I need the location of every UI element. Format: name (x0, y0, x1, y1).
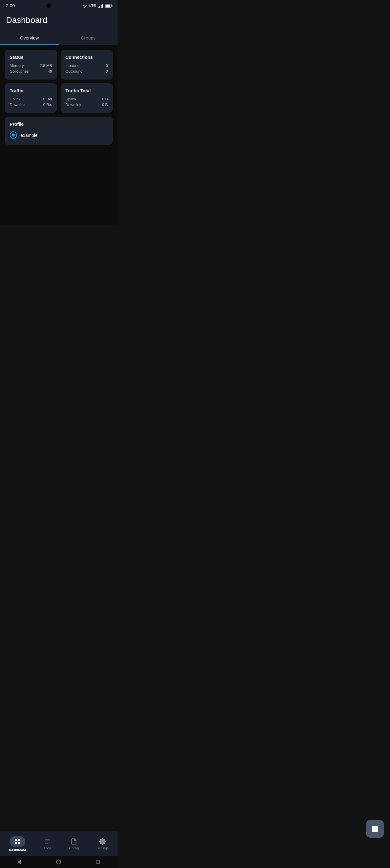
battery-icon (105, 4, 112, 7)
goroutines-label: Goroutines (10, 69, 29, 73)
traffic-total-uplink-value: 0 B (102, 97, 108, 101)
traffic-downlink-value: 0 B/s (43, 102, 52, 107)
status-card-title: Status (10, 55, 52, 60)
wifi-icon (82, 4, 87, 8)
traffic-card: Traffic Uplink 0 B/s Downlink 0 B/s (5, 83, 57, 113)
traffic-uplink-row: Uplink 0 B/s (10, 97, 52, 101)
outbound-label: Outbound (65, 69, 83, 73)
traffic-total-downlink-row: Downlink 0 B (65, 102, 108, 107)
tab-groups[interactable]: Groups (59, 31, 118, 44)
connections-card: Connections Inbound 0 Outbound 0 (61, 50, 113, 80)
traffic-card-title: Traffic (10, 88, 52, 93)
status-icons: LTE (82, 4, 112, 8)
connections-outbound-row: Outbound 0 (65, 69, 108, 73)
traffic-total-downlink-value: 0 B (102, 102, 108, 107)
status-memory-row: Memory 2.8 MB (10, 63, 52, 68)
camera-dot (47, 4, 51, 8)
memory-value: 2.8 MB (40, 63, 52, 68)
status-bar: 2:00 LTE (0, 0, 118, 10)
connections-inbound-row: Inbound 0 (65, 63, 108, 68)
cards-grid-top: Status Memory 2.8 MB Goroutines 49 Conne… (5, 50, 113, 80)
traffic-downlink-row: Downlink 0 B/s (10, 102, 52, 107)
connections-card-title: Connections (65, 55, 108, 60)
status-goroutines-row: Goroutines 49 (10, 69, 52, 73)
cards-grid-bottom: Traffic Uplink 0 B/s Downlink 0 B/s Traf… (5, 83, 113, 113)
lte-indicator: LTE (89, 4, 96, 8)
status-card: Status Memory 2.8 MB Goroutines 49 (5, 50, 57, 80)
traffic-downlink-label: Downlink (10, 102, 26, 107)
profile-card: Profile example (5, 117, 113, 145)
tab-bar: Overview Groups (0, 31, 118, 45)
traffic-total-card-title: Traffic Total (65, 88, 108, 93)
traffic-uplink-label: Uplink (10, 97, 21, 101)
signal-icon (98, 4, 103, 8)
radio-inner-dot (12, 133, 15, 136)
traffic-total-downlink-label: Downlink (65, 102, 81, 107)
profile-name: example (21, 133, 38, 138)
app-header: Dashboard (0, 10, 118, 31)
profile-card-title: Profile (10, 121, 108, 127)
inbound-label: Inbound (65, 63, 80, 68)
traffic-total-card: Traffic Total Uplink 0 B Downlink 0 B (61, 83, 113, 113)
page-title: Dashboard (6, 16, 112, 25)
traffic-total-uplink-row: Uplink 0 B (65, 97, 108, 101)
traffic-uplink-value: 0 B/s (43, 97, 52, 101)
tab-overview[interactable]: Overview (0, 31, 59, 44)
main-content: Status Memory 2.8 MB Goroutines 49 Conne… (0, 45, 118, 224)
inbound-value: 0 (106, 63, 108, 68)
goroutines-value: 49 (48, 69, 52, 73)
outbound-value: 0 (106, 69, 108, 73)
memory-label: Memory (10, 63, 24, 68)
status-time: 2:00 (6, 3, 15, 8)
radio-button-icon (10, 131, 17, 138)
profile-item-example[interactable]: example (10, 131, 108, 138)
traffic-total-uplink-label: Uplink (65, 97, 76, 101)
